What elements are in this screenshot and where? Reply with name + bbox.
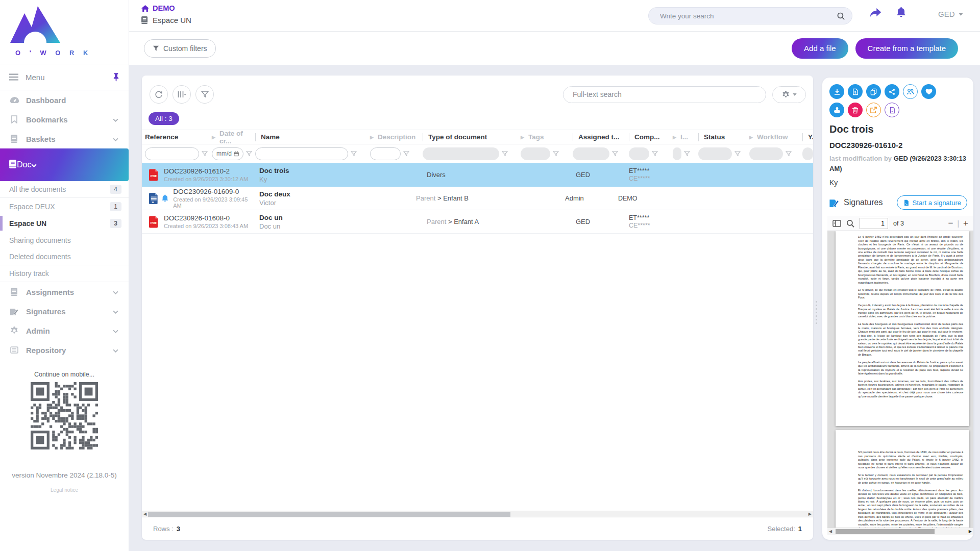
column-header[interactable]: Assigned t... [573,130,629,144]
start-signature-button[interactable]: Start a signature [897,195,967,210]
sidebar-item-baskets[interactable]: Baskets [0,129,129,148]
create-from-template-button[interactable]: Create from a template [855,38,958,59]
sidebar-item-all-documents[interactable]: All the documents 4 [0,181,129,198]
filter-icon[interactable] [351,151,357,157]
sidebar-item-deleted-documents[interactable]: Deleted documents [0,248,129,265]
page-number-input[interactable] [860,218,888,229]
filter-cell-type [423,144,521,163]
table-settings-button[interactable] [772,86,806,103]
scrollbar-thumb[interactable] [836,529,935,534]
type-filter-select[interactable] [423,147,499,160]
global-search-input[interactable] [659,12,837,20]
column-header[interactable]: Name [255,130,370,144]
document-preview-button[interactable] [885,103,899,117]
sidebar-item-dashboard[interactable]: Dashboard [0,90,129,110]
column-header[interactable]: Comp... [629,130,673,144]
pin-icon[interactable] [113,73,119,82]
fulltext-search[interactable] [563,86,766,103]
sidebar-item-espace-deux[interactable]: Espace DEUX 1 [0,198,129,215]
notifications-button[interactable] [896,7,906,19]
filter-icon[interactable] [502,151,508,157]
filter-icon[interactable] [652,151,658,157]
filter-icon[interactable] [202,151,208,157]
columns-button[interactable] [173,85,191,104]
date-filter[interactable]: mm/d [212,147,243,160]
column-header[interactable]: Type of document [423,130,521,144]
reference-filter-input[interactable] [150,149,194,158]
share-button[interactable] [885,84,899,99]
sidebar-item-admin[interactable]: Admin [0,321,129,340]
sidebar-item-history-track[interactable]: History track [0,265,129,282]
pdf-horizontal-scrollbar[interactable]: ◀ ▶ [827,528,973,535]
status-filter-select[interactable] [698,147,732,160]
panel-resize-handle[interactable] [816,301,819,324]
column-header[interactable]: Status [698,130,749,144]
breadcrumb-site[interactable]: DEMO [141,4,191,12]
delete-button[interactable] [848,103,863,117]
column-header[interactable]: ▶Workflow [749,130,802,144]
column-header[interactable]: ▶I... [673,130,698,144]
column-header[interactable]: ▶Tags [521,130,573,144]
filter-icon[interactable] [553,151,559,157]
breadcrumb-space[interactable]: Espace UN [141,16,191,24]
filter-button[interactable] [195,85,214,104]
stamp-button[interactable] [829,103,844,117]
column-header[interactable]: ▶Description [370,130,423,144]
sidebar-item-bookmarks[interactable]: Bookmarks [0,110,129,129]
company-filter-select[interactable] [629,147,649,160]
custom-filters-button[interactable]: Custom filters [144,39,216,58]
sidebar-item-assignments[interactable]: Assignments [0,282,129,302]
scrollbar-thumb[interactable] [148,512,510,517]
scroll-right-icon[interactable]: ▶ [969,529,972,535]
open-external-button[interactable] [866,103,881,117]
column-header[interactable]: Reference [145,130,212,144]
search-icon[interactable] [837,12,845,20]
permissions-button[interactable] [903,84,918,99]
column-header[interactable]: ▶Date of cr... [212,130,255,144]
sidebar-toggle-icon[interactable] [832,220,841,227]
add-file-button[interactable]: Add a file [792,38,848,59]
i-filter-select[interactable] [673,147,681,160]
scroll-right-icon[interactable]: ▶ [808,511,812,517]
refresh-button[interactable] [150,85,168,104]
zoom-out-button[interactable]: − [948,218,953,229]
filter-icon[interactable] [612,151,618,157]
horizontal-scrollbar[interactable]: ◀ ▶ [142,511,813,517]
download-button[interactable] [829,84,844,99]
sidebar-item-sharing-documents[interactable]: Sharing documents [0,232,129,248]
y-filter-select[interactable] [802,147,813,160]
upload-version-button[interactable] [848,84,863,99]
table-row[interactable]: PDF DOC230926-01610-2 Created on 9/26/20… [142,163,813,187]
workflow-filter-select[interactable] [749,147,783,160]
description-filter-input[interactable] [375,149,396,158]
filter-icon[interactable] [246,151,252,157]
filter-icon[interactable] [684,151,690,157]
share-button[interactable] [869,8,881,19]
name-filter-input[interactable] [260,149,344,158]
fulltext-search-input[interactable] [572,90,757,99]
sidebar-item-repository[interactable]: Repository [0,340,129,360]
all-count-chip[interactable]: All : 3 [149,112,179,125]
calendar-icon[interactable] [234,151,239,157]
sidebar-item-espace-un[interactable]: Espace UN 3 [0,215,129,232]
scroll-left-icon[interactable]: ◀ [143,511,146,517]
filter-icon[interactable] [786,151,792,157]
zoom-in-button[interactable]: + [963,218,968,229]
menu-toggle[interactable]: Menu [0,64,129,90]
scroll-left-icon[interactable]: ◀ [829,529,832,535]
table-row[interactable]: w DOC230926-01609-0 Created on 9/26/2023… [142,187,813,210]
user-menu[interactable]: GED [938,10,963,18]
copy-button[interactable] [866,84,881,99]
assigned-filter-select[interactable] [573,147,609,160]
sidebar-item-doc[interactable]: Doc [0,148,129,181]
tags-filter-select[interactable] [521,147,550,160]
sidebar-item-signatures[interactable]: Signatures [0,302,129,321]
search-icon[interactable] [846,219,854,228]
favorite-button[interactable] [921,84,936,99]
filter-icon[interactable] [403,151,409,157]
column-header[interactable]: Y... [802,130,813,144]
global-search[interactable] [648,7,852,24]
legal-notice-link[interactable]: Legal notice [0,487,129,493]
table-row[interactable]: PDF DOC230926-01608-0 Created on 9/26/20… [142,210,813,234]
pdf-preview[interactable]: Le 6 janvier 1482 n'est cependant pas un… [827,231,973,528]
